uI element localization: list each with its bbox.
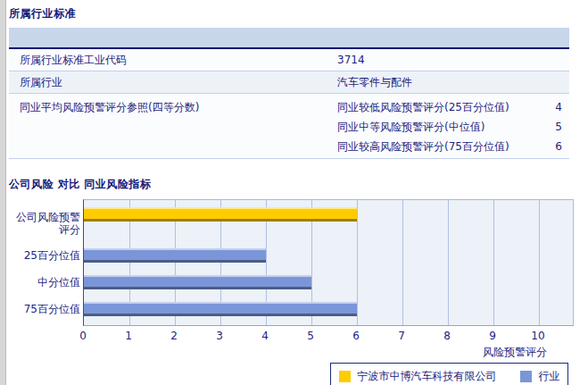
row-label-peer-quartiles: 同业平均风险预警评分参照(四等分数) — [9, 97, 328, 115]
x-tick-label: 5 — [297, 330, 324, 342]
industry-standard-section-title: 所属行业标准 — [9, 6, 580, 21]
row-label-industry-code: 所属行业标准工业代码 — [9, 53, 328, 68]
subrow-75th-percentile: 同业较高风险预警评分(75百分位值) 6 — [328, 137, 569, 156]
subrow-median: 同业中等风险预警评分(中位值) 5 — [328, 117, 569, 137]
x-tick-label: 7 — [388, 330, 415, 342]
y-category-label: 中分位值 — [9, 276, 80, 289]
x-tick-label: 4 — [252, 330, 278, 342]
x-tick-label: 1 — [115, 330, 142, 342]
subrow-label: 同业较低风险预警评分(25百分位值) — [328, 100, 542, 115]
table-row: 所属行业 汽车零件与配件 — [9, 71, 569, 94]
page-left-margin-strip — [0, 0, 6, 385]
table-header-band — [9, 28, 569, 49]
subrow-value: 4 — [542, 101, 569, 113]
row-label-industry: 所属行业 — [9, 75, 328, 90]
industry-legend-swatch — [520, 371, 532, 382]
y-category-label: 公司风险预警评分 — [9, 211, 80, 236]
gridline — [357, 200, 358, 325]
subrow-25th-percentile: 同业较低风险预警评分(25百分位值) 4 — [328, 97, 569, 117]
industry-standard-table: 所属行业标准工业代码 3714 所属行业 汽车零件与配件 同业平均风险预警评分参… — [9, 28, 569, 159]
industry-legend-label: 行业 — [539, 369, 560, 384]
gridline — [493, 200, 494, 325]
y-category-label: 25百分位值 — [9, 249, 80, 262]
chart-legend: 宁波市中博汽车科技有限公司 行业 — [330, 363, 568, 385]
subrow-label: 同业较高风险预警评分(75百分位值) — [328, 139, 542, 155]
gridline — [448, 200, 449, 325]
gridline — [539, 200, 540, 325]
company-legend-label: 宁波市中博汽车科技有限公司 — [358, 369, 497, 384]
row-value-industry: 汽车零件与配件 — [328, 75, 569, 90]
subrow-value: 5 — [542, 121, 569, 133]
risk-comparison-section-title: 公司风险 对比 同业风险指标 — [9, 177, 580, 191]
y-category-label: 75百分位值 — [9, 303, 80, 315]
row-value-industry-code: 3714 — [328, 54, 569, 66]
table-row: 所属行业标准工业代码 3714 — [9, 49, 569, 71]
risk-comparison-chart: 公司风险预警评分25百分位值中分位值75百分位值 012345678910 风险… — [9, 199, 580, 360]
chart-bar-中分位值 — [84, 275, 311, 289]
quartile-subrows: 同业较低风险预警评分(25百分位值) 4 同业中等风险预警评分(中位值) 5 同… — [328, 97, 569, 156]
chart-bar-25百分位值 — [84, 248, 266, 263]
x-tick-label: 6 — [343, 330, 369, 342]
chart-plot-area — [83, 199, 574, 326]
subrow-label: 同业中等风险预警评分(中位值) — [328, 120, 542, 135]
x-tick-label: 0 — [70, 330, 96, 342]
gridline — [402, 200, 403, 325]
chart-bar-75百分位值 — [84, 302, 357, 316]
x-axis-title: 风险预警评分 — [83, 345, 547, 360]
subrow-value: 6 — [542, 140, 569, 153]
x-tick-label: 3 — [206, 330, 233, 342]
table-row: 同业平均风险预警评分参照(四等分数) 同业较低风险预警评分(25百分位值) 4 … — [9, 94, 569, 159]
company-legend-swatch — [339, 371, 351, 382]
chart-bar-公司风险预警评分 — [84, 207, 357, 222]
x-tick-label: 9 — [479, 330, 506, 342]
x-tick-label: 8 — [434, 330, 460, 342]
x-tick-label: 2 — [161, 330, 187, 342]
x-tick-label: 10 — [525, 330, 551, 342]
report-content: 所属行业标准 所属行业标准工业代码 3714 所属行业 汽车零件与配件 同业平均… — [9, 0, 580, 385]
